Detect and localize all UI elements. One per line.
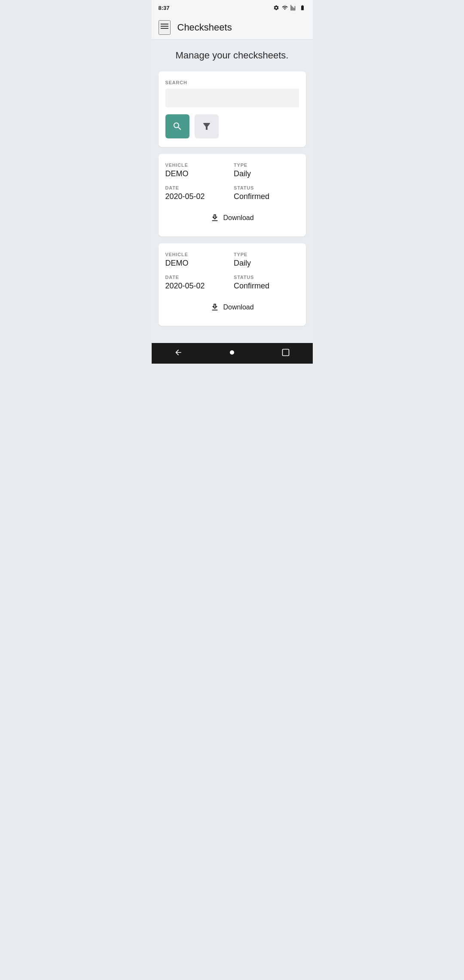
type-value: Daily: [234, 259, 299, 268]
status-value: Confirmed: [234, 282, 299, 291]
search-button[interactable]: [165, 114, 189, 138]
download-button[interactable]: Download: [165, 208, 299, 228]
app-bar-title: Checksheets: [177, 22, 232, 33]
home-button[interactable]: [217, 345, 247, 362]
status-bar: 8:37: [152, 0, 313, 15]
recents-button[interactable]: [271, 345, 300, 362]
card-grid: VEHICLE DEMO TYPE Daily DATE 2020-05-02 …: [165, 162, 299, 201]
date-field: DATE 2020-05-02: [165, 275, 231, 291]
search-card: SEARCH: [159, 71, 306, 147]
main-content: Manage your checksheets. SEARCH VEHICLE: [152, 40, 313, 343]
search-icon: [172, 121, 183, 132]
svg-rect-1: [283, 349, 289, 355]
type-field: TYPE Daily: [234, 162, 299, 178]
status-time: 8:37: [159, 5, 170, 11]
status-value: Confirmed: [234, 192, 299, 201]
checksheet-card: VEHICLE DEMO TYPE Daily DATE 2020-05-02 …: [159, 243, 306, 326]
vehicle-value: DEMO: [165, 259, 231, 268]
download-label: Download: [223, 214, 253, 222]
search-actions: [165, 114, 299, 138]
status-label: STATUS: [234, 185, 299, 190]
status-field: STATUS Confirmed: [234, 275, 299, 291]
download-button[interactable]: Download: [165, 297, 299, 317]
vehicle-field: VEHICLE DEMO: [165, 162, 231, 178]
vehicle-field: VEHICLE DEMO: [165, 252, 231, 268]
download-label: Download: [223, 303, 253, 311]
vehicle-value: DEMO: [165, 169, 231, 178]
home-icon: [228, 348, 236, 357]
filter-button[interactable]: [195, 114, 219, 138]
back-button[interactable]: [164, 345, 193, 362]
page-heading: Manage your checksheets.: [159, 50, 306, 61]
search-input[interactable]: [165, 89, 299, 107]
date-label: DATE: [165, 185, 231, 190]
back-icon: [174, 348, 183, 357]
status-label: STATUS: [234, 275, 299, 280]
date-value: 2020-05-02: [165, 192, 231, 201]
signal-icon: [290, 5, 296, 11]
card-grid: VEHICLE DEMO TYPE Daily DATE 2020-05-02 …: [165, 252, 299, 291]
date-value: 2020-05-02: [165, 282, 231, 291]
filter-icon: [201, 121, 212, 132]
battery-icon: [299, 5, 306, 11]
settings-icon: [273, 5, 279, 11]
type-value: Daily: [234, 169, 299, 178]
recents-icon: [281, 348, 290, 357]
download-icon: [210, 303, 220, 312]
type-label: TYPE: [234, 162, 299, 168]
status-field: STATUS Confirmed: [234, 185, 299, 201]
status-icons: [273, 5, 306, 11]
vehicle-label: VEHICLE: [165, 162, 231, 168]
type-field: TYPE Daily: [234, 252, 299, 268]
bottom-nav: [152, 343, 313, 364]
vehicle-label: VEHICLE: [165, 252, 231, 257]
checksheet-card: VEHICLE DEMO TYPE Daily DATE 2020-05-02 …: [159, 154, 306, 236]
download-icon: [210, 213, 220, 223]
date-label: DATE: [165, 275, 231, 280]
menu-button[interactable]: [159, 20, 171, 35]
date-field: DATE 2020-05-02: [165, 185, 231, 201]
app-bar: Checksheets: [152, 15, 313, 40]
checksheets-list: VEHICLE DEMO TYPE Daily DATE 2020-05-02 …: [159, 154, 306, 326]
svg-point-0: [230, 350, 234, 355]
wifi-icon: [282, 5, 288, 11]
search-label: SEARCH: [165, 80, 299, 85]
type-label: TYPE: [234, 252, 299, 257]
